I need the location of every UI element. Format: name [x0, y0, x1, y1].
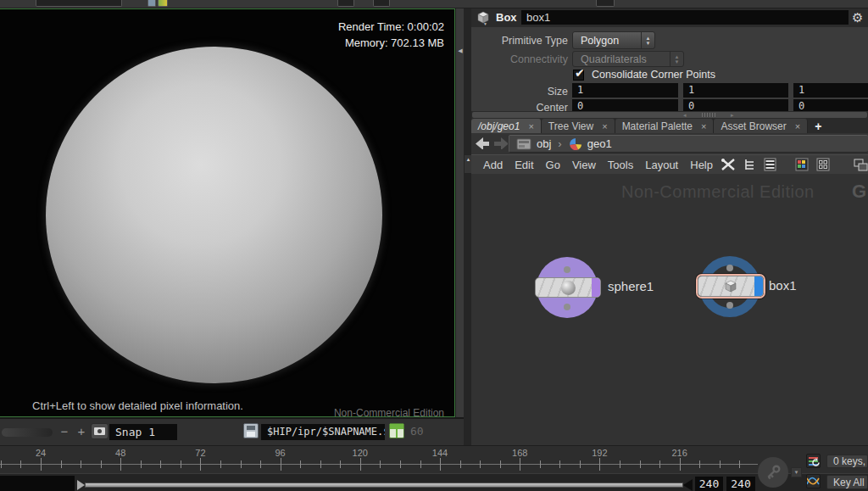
node-body[interactable]	[535, 277, 601, 298]
frame-range-slider[interactable]	[85, 483, 683, 488]
forward-arrow-icon[interactable]	[494, 137, 508, 149]
zoom-in-button[interactable]: +	[75, 423, 88, 440]
tab-obj-geo1[interactable]: /obj/geo1 ×	[471, 119, 542, 133]
path-separator: ›	[556, 137, 563, 150]
toolbar-button[interactable]	[337, 0, 354, 7]
zoom-out-button[interactable]: −	[58, 423, 71, 440]
menu-go[interactable]: Go	[546, 159, 560, 171]
box-glyph-icon	[724, 280, 737, 293]
timeline: 24487296120144168192216	[0, 445, 868, 473]
network-node[interactable]: box1	[699, 254, 860, 320]
path-segment-geo1[interactable]: geo1	[587, 137, 612, 150]
close-icon[interactable]: ×	[528, 121, 533, 131]
back-arrow-icon[interactable]	[476, 137, 489, 149]
toolbar-dropdown[interactable]	[36, 0, 122, 7]
toolbar-chip-right[interactable]	[596, 0, 615, 7]
houdini-window: Render Time: 0:00:02 Memory: 702.13 MB C…	[0, 0, 868, 491]
network-watermark-g: G	[852, 181, 866, 203]
tools-wrench-icon[interactable]	[721, 158, 736, 171]
size-y-field[interactable]: 1	[683, 83, 788, 98]
end-frame-field[interactable]: 240	[695, 477, 723, 491]
node-name-field[interactable]: box1	[521, 10, 849, 25]
size-z-field[interactable]: 1	[793, 83, 868, 98]
network-node[interactable]: sphere1	[537, 254, 698, 321]
grid-view-icon[interactable]	[816, 158, 830, 171]
tree-view-icon[interactable]	[743, 158, 756, 171]
size-x-field[interactable]: 1	[572, 83, 678, 98]
pane-divider[interactable]	[464, 8, 471, 445]
list-view-icon[interactable]	[764, 158, 776, 171]
menu-help[interactable]: Help	[690, 159, 713, 171]
cycle-arrow-icon	[811, 458, 821, 467]
color-palette-icon[interactable]	[795, 158, 809, 171]
grip-left-arrow[interactable]: ◂	[683, 111, 687, 119]
new-tab-button[interactable]: +	[808, 120, 828, 133]
close-icon[interactable]: ×	[701, 121, 706, 131]
toolbar-icon-gamma[interactable]	[158, 0, 168, 7]
scoped-channels-icon[interactable]	[806, 454, 821, 468]
primitive-type-dropdown[interactable]: Polygon ▲▼	[572, 31, 655, 49]
node-display-flag[interactable]	[754, 276, 763, 296]
connectivity-dropdown: Quadrilaterals ▲▼	[572, 51, 684, 67]
menu-layout[interactable]: Layout	[645, 159, 678, 171]
network-path-bar: obj › geo1	[471, 133, 868, 154]
snapshot-slider[interactable]	[2, 428, 53, 437]
close-icon[interactable]: ×	[795, 121, 800, 131]
keys-summary-button[interactable]: 0 keys, 0	[826, 455, 868, 468]
hscrollbar-handle[interactable]	[472, 112, 867, 118]
render-viewport[interactable]: Render Time: 0:00:02 Memory: 702.13 MB C…	[0, 8, 455, 417]
snap-name-field[interactable]: Snap 1	[109, 424, 177, 440]
node-output-dot[interactable]	[564, 304, 570, 310]
parameter-hscrollbar[interactable]: ◂ ▸	[471, 111, 868, 119]
spinner-icon[interactable]: ▲▼	[641, 32, 654, 48]
node-output-dot[interactable]	[726, 302, 733, 309]
set-key-button[interactable]	[758, 457, 788, 488]
node-body[interactable]	[698, 276, 764, 297]
node-icon-dropdown[interactable]: ▼	[483, 21, 487, 26]
gear-icon[interactable]: ⚙	[852, 10, 863, 25]
toolbar-icon-camera[interactable]	[147, 0, 156, 7]
node-type-label: Box	[496, 11, 517, 24]
center-z-field[interactable]: 0	[793, 99, 868, 111]
scroll-up-icon[interactable]: ▲	[466, 157, 471, 162]
render-scrollbar[interactable]: ◀	[455, 8, 464, 417]
node-input-dot[interactable]	[564, 266, 570, 273]
center-y-field[interactable]: 0	[683, 99, 788, 111]
channel-curves-icon[interactable]	[806, 474, 821, 488]
current-frame-field[interactable]	[0, 476, 75, 491]
key-all-button[interactable]: Key All Ch	[826, 475, 868, 489]
range-end-frame-field[interactable]: 240	[726, 477, 755, 491]
tab-tree-view[interactable]: Tree View ×	[542, 119, 615, 133]
range-start-handle[interactable]	[77, 480, 85, 490]
node-label: sphere1	[608, 279, 654, 293]
tab-asset-browser[interactable]: Asset Browser ×	[714, 119, 808, 133]
menu-tools[interactable]: Tools	[608, 159, 633, 171]
key-options-dropdown[interactable]: ▼	[791, 467, 802, 477]
node-input-dot[interactable]	[726, 265, 733, 271]
consolidate-label[interactable]: Consolidate Corner Points	[592, 69, 715, 81]
menu-add[interactable]: Add	[483, 159, 503, 171]
menu-view[interactable]: View	[572, 159, 596, 171]
timeline-ruler[interactable]: 24487296120144168192216	[0, 446, 758, 474]
spinner-icon-disabled: ▲▼	[670, 52, 683, 66]
tab-label: /obj/geo1	[478, 120, 520, 132]
splitter-grip[interactable]	[702, 113, 717, 117]
geo1-node-icon	[569, 137, 582, 151]
center-x-field[interactable]: 0	[572, 99, 678, 111]
node-display-flag[interactable]	[592, 278, 600, 297]
menu-edit[interactable]: Edit	[515, 159, 533, 171]
save-snapshot-icon[interactable]	[243, 423, 259, 438]
grip-right-arrow[interactable]: ▸	[731, 111, 734, 119]
range-end-handle[interactable]	[683, 479, 693, 491]
archive-icon[interactable]	[389, 423, 404, 438]
network-path-field[interactable]: obj › geo1	[509, 135, 868, 153]
path-segment-obj[interactable]: obj	[537, 137, 551, 150]
tab-label: Asset Browser	[721, 120, 786, 132]
tab-material-palette[interactable]: Material Palette ×	[615, 119, 715, 133]
snapshot-path-field[interactable]: $HIP/ipr/$SNAPNAME.$F4.$E	[261, 424, 385, 440]
toolbar-button-2[interactable]	[373, 0, 390, 7]
snapshot-camera-button[interactable]	[91, 423, 108, 439]
layout-windows-icon[interactable]	[854, 159, 868, 171]
close-icon[interactable]: ×	[602, 121, 607, 131]
network-editor[interactable]: Non-Commercial Edition G sphere1	[471, 174, 868, 445]
